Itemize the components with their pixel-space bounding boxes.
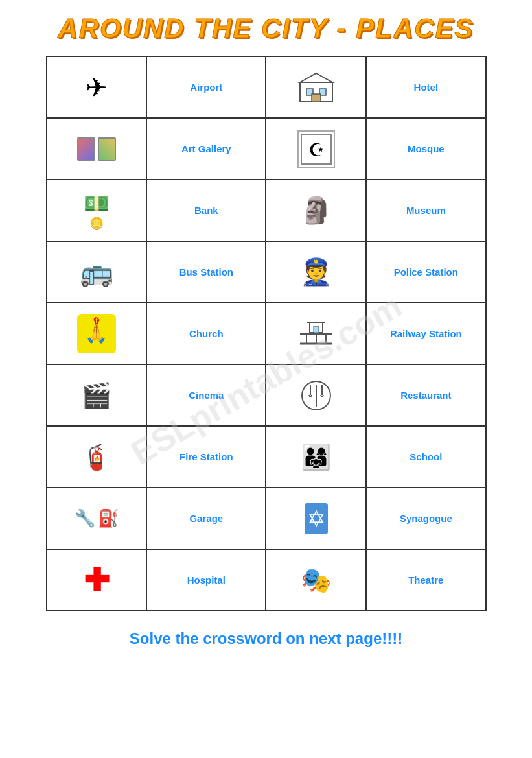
table-row: 💵 🪙 Bank 🗿 Museum [47, 180, 486, 241]
icon-hotel [266, 56, 366, 118]
icon-bus: 🚌 [47, 241, 147, 303]
label-garage: Garage [146, 488, 266, 549]
label-mosque: Mosque [366, 118, 485, 180]
table-row: ✈ Airport Hotel [47, 56, 486, 118]
icon-firestation: 🧯 [47, 426, 147, 488]
label-artgallery: Art Gallery [146, 118, 266, 180]
svg-rect-4 [312, 94, 321, 102]
label-synagogue: Synagogue [366, 488, 485, 549]
label-airport: Airport [146, 56, 266, 118]
svg-text:☪: ☪ [308, 140, 324, 160]
page-title: AROUND THE CITY - PLACES [58, 13, 474, 44]
label-policestation: Police Station [366, 241, 485, 303]
icon-bank: 💵 🪙 [47, 180, 147, 241]
label-busstation: Bus Station [146, 241, 266, 303]
icon-restaurant [266, 364, 366, 426]
table-row: ✚ Hospital 🎭 Theatre [47, 549, 486, 611]
label-restaurant: Restaurant [366, 364, 485, 426]
label-hospital: Hospital [146, 549, 266, 611]
icon-airport: ✈ [47, 56, 147, 118]
icon-synagogue: ✡ [266, 488, 366, 549]
label-theatre: Theatre [366, 549, 485, 611]
icon-railway [266, 303, 366, 364]
icon-museum: 🗿 [266, 180, 366, 241]
table-row: 🧯 Fire Station 👨‍👩‍👧 School [47, 426, 486, 488]
label-bank: Bank [146, 180, 266, 241]
icon-garage: 🔧⛽ [47, 488, 147, 549]
label-church: Church [146, 303, 266, 364]
icon-theatre: 🎭 [266, 549, 366, 611]
svg-rect-14 [314, 326, 319, 333]
places-table: ✈ Airport Hotel [46, 56, 487, 611]
table-row: Art Gallery ☪ Mosque [47, 118, 486, 180]
table-row: 🎬 Cinema Restaurant [47, 364, 486, 426]
svg-marker-1 [300, 73, 332, 82]
icon-school: 👨‍👩‍👧 [266, 426, 366, 488]
icon-police: 👮 [266, 241, 366, 303]
label-firestation: Fire Station [146, 426, 266, 488]
table-row: 🙏 ✞ Church [47, 303, 486, 364]
label-museum: Museum [366, 180, 485, 241]
label-cinema: Cinema [146, 364, 266, 426]
table-row: 🚌 Bus Station 👮 Police Station [47, 241, 486, 303]
icon-church: 🙏 ✞ [47, 303, 147, 364]
icon-artgallery [47, 118, 147, 180]
icon-hospital: ✚ [47, 549, 147, 611]
label-school: School [366, 426, 485, 488]
icon-cinema: 🎬 [47, 364, 147, 426]
table-row: 🔧⛽ Garage ✡ Synagogue [47, 488, 486, 549]
label-railwaystation: Railway Station [366, 303, 485, 364]
label-hotel: Hotel [366, 56, 485, 118]
footer-note: Solve the crossword on next page!!!! [130, 630, 402, 648]
icon-mosque: ☪ [266, 118, 366, 180]
